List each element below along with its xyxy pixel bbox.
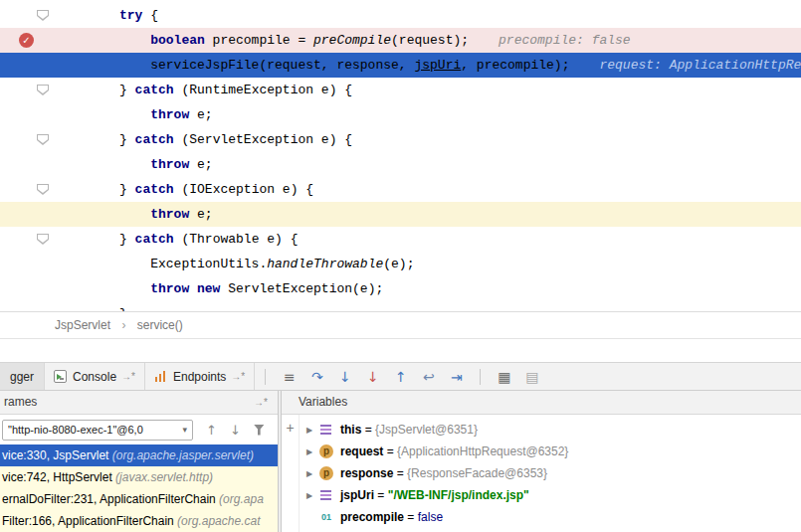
variable-row[interactable]: ▶presponse = {ResponseFacade@6353}	[300, 462, 801, 484]
fold-region-icon[interactable]	[37, 134, 49, 145]
variable-row[interactable]: ▶prequest = {ApplicationHttpRequest@6352…	[300, 441, 801, 462]
code-text: throw e;	[111, 102, 801, 127]
code-segment: ServletException(e);	[220, 281, 383, 296]
breakpoint-icon[interactable]: ✓	[19, 33, 34, 48]
hide-library-frames-filter-icon[interactable]	[254, 425, 265, 436]
variable-row[interactable]: ▶this = {JspServlet@6351}	[300, 419, 801, 441]
primitive-icon: 01	[319, 510, 333, 524]
code-segment: e;	[189, 207, 212, 222]
tab-endpoints[interactable]: Endpoints→*	[145, 363, 255, 390]
code-line[interactable]: throw e;	[0, 102, 801, 127]
expand-chevron-icon[interactable]: ▶	[306, 491, 319, 500]
endpoints-icon	[154, 370, 167, 383]
inline-debug-hint: request: ApplicationHttpRe	[599, 58, 801, 73]
code-segment: catch	[135, 83, 174, 97]
code-line[interactable]: }	[0, 301, 801, 311]
frame-package: (javax.servlet.http)	[115, 470, 213, 484]
step-over-icon[interactable]: ↷	[308, 369, 325, 385]
editor-gutter	[0, 227, 111, 252]
toolbar-separator	[265, 369, 266, 385]
frame-package: (org.apache.jasper.servlet)	[112, 448, 254, 462]
fold-region-icon[interactable]	[37, 85, 49, 95]
variable-name: precompile	[340, 510, 404, 524]
breadcrumb-class[interactable]: JspServlet	[55, 318, 110, 332]
layout-settings-icon[interactable]: ≡	[281, 369, 298, 385]
tab-label: Console	[73, 370, 116, 384]
fold-region-icon[interactable]	[37, 234, 49, 245]
force-step-into-icon[interactable]: ↓	[364, 369, 381, 385]
frame-location: Filter:166, ApplicationFilterChain	[2, 514, 177, 528]
variables-header-label: Variables	[299, 395, 347, 409]
tab-gger[interactable]: gger	[0, 363, 45, 390]
value-icon	[319, 423, 333, 437]
frame-package: (org.apa	[219, 492, 264, 506]
thread-selector[interactable]: "http-nio-8080-exec-1"@6,0 ▾	[2, 420, 193, 441]
code-line[interactable]: } catch (ServletException e) {	[0, 127, 801, 152]
step-into-icon[interactable]: ↓	[336, 369, 353, 385]
memory-view-icon[interactable]: ▤	[523, 369, 540, 385]
next-frame-icon[interactable]: ↓	[230, 423, 241, 438]
code-segment: throw	[150, 157, 189, 172]
code-segment: (ServletException e) {	[174, 132, 352, 147]
fold-region-inner	[38, 135, 48, 143]
ide-window: try {✓boolean precompile = preCompile(re…	[0, 0, 801, 532]
fold-region-icon[interactable]	[37, 10, 49, 21]
code-segment: throw	[150, 107, 189, 122]
code-text: } catch (ServletException e) {	[111, 127, 801, 152]
tab-label: gger	[10, 370, 34, 384]
code-line[interactable]: ✓boolean precompile = preCompile(request…	[0, 28, 801, 53]
code-line[interactable]: ExceptionUtils.handleThrowable(e);	[0, 252, 801, 276]
previous-frame-icon[interactable]: ↑	[206, 423, 217, 438]
expand-chevron-icon[interactable]: ▶	[306, 426, 319, 435]
editor-gutter: ✓	[0, 28, 111, 53]
code-segment: (request);	[391, 33, 469, 48]
editor-gutter	[0, 202, 111, 227]
code-text: throw e;	[111, 152, 801, 177]
variable-value: {ApplicationHttpRequest@6352}	[397, 444, 568, 458]
code-line[interactable]: throw new ServletException(e);	[0, 276, 801, 301]
tab-console[interactable]: Console→*	[45, 363, 145, 390]
code-segment: (IOException e) {	[174, 182, 313, 197]
debug-actions: ≡↷↓↓↑↩⇥▦▤	[261, 363, 540, 390]
code-line[interactable]: } catch (IOException e) {	[0, 177, 801, 202]
run-to-cursor-icon[interactable]: ⇥	[448, 369, 465, 385]
frame-row[interactable]: ernalDoFilter:231, ApplicationFilterChai…	[0, 488, 278, 510]
debug-toolbar: ggerConsole→*Endpoints→* ≡↷↓↓↑↩⇥▦▤	[0, 362, 801, 391]
expand-chevron-icon[interactable]: ▶	[306, 447, 319, 456]
frame-row[interactable]: vice:330, JspServlet (org.apache.jasper.…	[0, 444, 278, 466]
code-line[interactable]: } catch (Throwable e) {	[0, 227, 801, 252]
code-line[interactable]: throw e;	[0, 202, 801, 227]
fold-region-icon[interactable]	[37, 184, 49, 195]
code-line[interactable]: throw e;	[0, 152, 801, 177]
breadcrumb-method[interactable]: service()	[137, 318, 183, 332]
code-line[interactable]: serviceJspFile(request, response, jspUri…	[0, 53, 801, 78]
code-segment: catch	[135, 232, 174, 247]
variable-row[interactable]: ▶jspUri = "/WEB-INF/jsp/index.jsp"	[300, 484, 801, 506]
code-segment: throw	[150, 281, 189, 296]
variables-toolbar: +	[282, 415, 300, 532]
code-segment: jspUri	[414, 58, 461, 73]
code-segment: (Throwable e) {	[174, 232, 299, 247]
dropdown-arrow-icon: ▾	[182, 421, 187, 440]
variable-name: request	[340, 444, 383, 458]
frames-panel: rames →* "http-nio-8080-exec-1"@6,0 ▾ ↑ …	[0, 391, 278, 532]
variable-row[interactable]: 01precompile = false	[300, 506, 801, 528]
toolbar-separator	[480, 369, 481, 385]
parameter-icon: p	[319, 466, 333, 480]
code-text: try {	[111, 3, 801, 28]
code-segment: }	[119, 132, 135, 147]
expand-chevron-icon[interactable]: ▶	[306, 469, 319, 478]
frame-row[interactable]: vice:742, HttpServlet (javax.servlet.htt…	[0, 466, 278, 488]
code-text: throw e;	[111, 202, 801, 227]
frame-location: ernalDoFilter:231, ApplicationFilterChai…	[2, 492, 219, 506]
code-line[interactable]: try {	[0, 3, 801, 28]
tab-new-content-indicator: →*	[121, 371, 135, 382]
code-segment: try	[119, 8, 142, 23]
evaluate-expression-icon[interactable]: ▦	[496, 369, 512, 385]
drop-frame-icon[interactable]: ↩	[420, 369, 437, 385]
code-segment: throw	[150, 207, 189, 222]
add-watch-icon[interactable]: +	[286, 422, 294, 434]
code-line[interactable]: } catch (RuntimeException e) {	[0, 78, 801, 102]
step-out-icon[interactable]: ↑	[392, 369, 409, 385]
frame-row[interactable]: Filter:166, ApplicationFilterChain (org.…	[0, 510, 278, 532]
